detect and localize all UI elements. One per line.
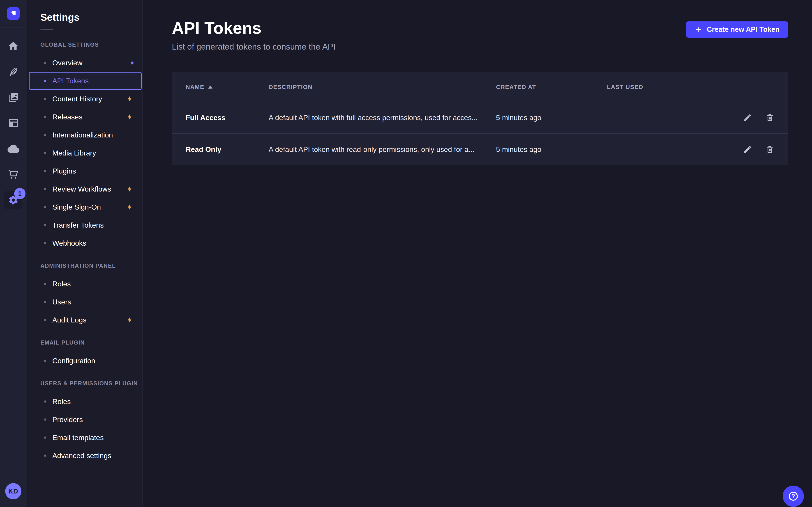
bullet <box>44 400 46 403</box>
section-label-users-permissions-plugin: USERS & PERMISSIONS PLUGIN <box>40 380 143 387</box>
lightning-icon <box>126 203 134 211</box>
subnav-item-up-email-templates[interactable]: Email templates <box>29 429 142 447</box>
bullet <box>44 454 46 457</box>
subnav-item-api-tokens[interactable]: API Tokens <box>29 72 142 90</box>
feather-icon[interactable] <box>4 63 22 81</box>
subnav-item-label: Users <box>52 298 71 306</box>
subnav-item-plugins[interactable]: Plugins <box>29 162 142 180</box>
token-name: Full Access <box>186 114 269 122</box>
subnav-item-label: Plugins <box>52 167 76 175</box>
bullet <box>44 170 46 172</box>
strapi-logo[interactable] <box>7 7 19 20</box>
subnav-item-label: Content History <box>52 95 102 103</box>
subnav-item-email-configuration[interactable]: Configuration <box>29 352 142 370</box>
section-label-administration-panel: ADMINISTRATION PANEL <box>40 263 143 269</box>
subnav-item-content-history[interactable]: Content History <box>29 90 142 108</box>
rail-divider <box>0 477 27 477</box>
token-description: A default API token with read-only permi… <box>269 145 496 154</box>
subnav-item-up-advanced-settings[interactable]: Advanced settings <box>29 447 142 465</box>
column-header-last-used: LAST USED <box>607 83 733 91</box>
bullet <box>44 134 46 136</box>
token-created-at: 5 minutes ago <box>496 114 607 122</box>
subnav-item-label: Audit Logs <box>52 316 86 324</box>
delete-icon[interactable] <box>765 113 774 122</box>
row-actions <box>733 145 774 154</box>
subnav-item-review-workflows[interactable]: Review Workflows <box>29 180 142 198</box>
settings-gear-icon[interactable]: 1 <box>4 191 22 209</box>
column-header-created-at: CREATED AT <box>496 83 607 91</box>
bullet <box>44 437 46 439</box>
rail-bottom: KD <box>0 477 27 507</box>
subnav-item-label: Roles <box>52 397 71 406</box>
user-avatar[interactable]: KD <box>5 483 21 499</box>
column-header-description: DESCRIPTION <box>269 83 496 91</box>
settings-subnav: Settings GLOBAL SETTINGS Overview API To… <box>28 0 143 507</box>
page-header-text: API Tokens List of generated tokens to c… <box>172 19 336 52</box>
section-label-email-plugin: EMAIL PLUGIN <box>40 339 143 346</box>
subnav-item-label: Internationalization <box>52 131 113 139</box>
subnav-item-label: Providers <box>52 415 83 424</box>
token-description: A default API token with full access per… <box>269 114 496 122</box>
edit-icon[interactable] <box>743 145 752 154</box>
subnav-item-transfer-tokens[interactable]: Transfer Tokens <box>29 216 142 234</box>
bullet <box>44 206 46 208</box>
bullet <box>44 224 46 226</box>
bullet <box>44 80 46 82</box>
svg-text:?: ? <box>792 493 795 499</box>
subnav-item-internationalization[interactable]: Internationalization <box>29 126 142 144</box>
strapi-logo-glyph <box>9 10 17 17</box>
cloud-icon[interactable] <box>4 140 22 158</box>
bullet <box>44 301 46 303</box>
lightning-icon <box>126 113 134 121</box>
delete-icon[interactable] <box>765 145 774 154</box>
lightning-icon <box>126 185 134 193</box>
content-type-builder-icon[interactable] <box>4 114 22 132</box>
subnav-item-label: Review Workflows <box>52 185 111 193</box>
plus-icon <box>695 26 702 33</box>
subnav-item-admin-roles[interactable]: Roles <box>29 275 142 293</box>
question-mark-icon: ? <box>788 490 799 502</box>
subnav-item-label: Roles <box>52 280 71 288</box>
settings-notification-badge: 1 <box>14 188 26 199</box>
subnav-item-label: Transfer Tokens <box>52 221 104 229</box>
subnav-item-releases[interactable]: Releases <box>29 108 142 126</box>
subnav-item-label: Single Sign-On <box>52 203 101 211</box>
bullet <box>44 360 46 362</box>
subnav-item-label: API Tokens <box>52 77 89 85</box>
subnav-item-label: Advanced settings <box>52 452 111 460</box>
lightning-icon <box>126 316 134 324</box>
logo-cell <box>0 0 27 27</box>
row-actions <box>733 113 774 122</box>
token-created-at: 5 minutes ago <box>496 145 607 154</box>
subnav-item-label: Media Library <box>52 149 96 157</box>
create-api-token-button[interactable]: Create new API Token <box>686 21 788 38</box>
column-header-name[interactable]: NAME <box>186 83 269 91</box>
subnav-item-audit-logs[interactable]: Audit Logs <box>29 311 142 329</box>
edit-icon[interactable] <box>743 113 752 122</box>
bullet <box>44 283 46 285</box>
home-icon[interactable] <box>4 37 22 55</box>
subnav-item-label: Configuration <box>52 357 95 365</box>
help-button[interactable]: ? <box>783 486 804 507</box>
subnav-item-label: Releases <box>52 113 82 121</box>
subnav-item-media-library[interactable]: Media Library <box>29 144 142 162</box>
media-library-icon[interactable] <box>4 88 22 106</box>
marketplace-cart-icon[interactable] <box>4 165 22 183</box>
subnav-title: Settings <box>40 12 143 23</box>
table-row-full-access[interactable]: Full Access A default API token with ful… <box>172 102 788 133</box>
subnav-item-up-providers[interactable]: Providers <box>29 410 142 429</box>
subnav-item-admin-users[interactable]: Users <box>29 293 142 311</box>
bullet <box>44 242 46 244</box>
subnav-item-label: Overview <box>52 59 82 67</box>
bullet <box>44 116 46 118</box>
token-name: Read Only <box>186 145 269 154</box>
subnav-item-up-roles[interactable]: Roles <box>29 393 142 410</box>
table-row-read-only[interactable]: Read Only A default API token with read-… <box>172 133 788 165</box>
lightning-icon <box>126 95 134 103</box>
bullet <box>44 62 46 64</box>
create-api-token-label: Create new API Token <box>707 25 779 34</box>
subnav-item-single-sign-on[interactable]: Single Sign-On <box>29 198 142 216</box>
subnav-item-overview[interactable]: Overview <box>29 54 142 72</box>
subnav-item-webhooks[interactable]: Webhooks <box>29 234 142 252</box>
page-header: API Tokens List of generated tokens to c… <box>144 0 812 52</box>
